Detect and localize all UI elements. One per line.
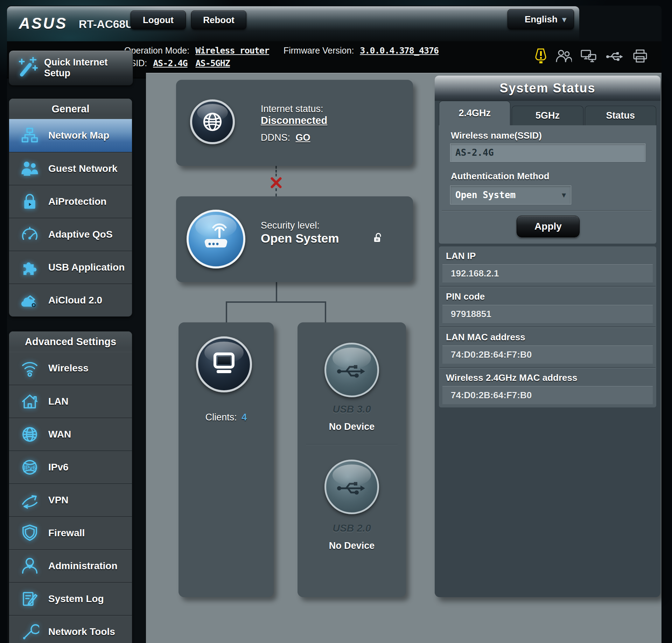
reboot-button[interactable]: Reboot <box>191 11 246 29</box>
connector-line <box>276 282 277 301</box>
sidebar-item-label: AiCloud 2.0 <box>48 295 102 306</box>
sidebar-item-label: Adaptive QoS <box>48 229 113 240</box>
internet-status-label: Internet status: <box>261 104 323 114</box>
system-status-tabs: 2.4GHz 5GHz Status <box>439 101 656 125</box>
usb3-sphere-icon[interactable] <box>324 343 379 397</box>
system-info-section: LAN IP 192.168.2.1 PIN code 97918851 LAN… <box>439 246 656 407</box>
clients-group-icon[interactable] <box>555 48 572 64</box>
wireless-name-input[interactable] <box>450 144 645 162</box>
sidebar-item-vpn[interactable]: VPN <box>9 483 132 516</box>
ddns-line: DDNS: GO <box>261 132 310 143</box>
sidebar-item-wireless[interactable]: Wireless <box>9 352 132 385</box>
sidebar-item-label: IPv6 <box>48 462 69 473</box>
sidebar-item-adaptive-qos[interactable]: Adaptive QoS <box>9 218 132 251</box>
main-frame: ASUS RT-AC68U Logout Reboot English ▼ Op… <box>7 6 662 643</box>
security-level-label: Security level: <box>261 220 320 231</box>
wireless-name-label: Wireless name(SSID) <box>451 130 542 141</box>
firmware-version-link[interactable]: 3.0.0.4.378_4376 <box>360 46 439 56</box>
status-icon-row <box>535 46 648 66</box>
printer-icon[interactable] <box>632 48 648 64</box>
globe-sphere-icon <box>190 99 235 144</box>
usb3-label: USB 3.0 <box>298 404 406 415</box>
sidebar-item-label: Firewall <box>48 527 85 539</box>
connector-line <box>275 188 277 196</box>
sidebar-item-label: WAN <box>48 429 71 440</box>
network-monitor-icon[interactable] <box>580 48 597 64</box>
person-icon <box>19 555 41 577</box>
sidebar-item-wan[interactable]: WAN <box>9 418 132 450</box>
ssid-24g-link[interactable]: AS-2.4G <box>153 58 187 68</box>
router-admin-page: ASUS RT-AC68U Logout Reboot English ▼ Op… <box>0 0 672 643</box>
usb-divider <box>306 444 398 445</box>
clients-label: Clients: <box>205 412 237 422</box>
lan-mac-value: 74:D0:2B:64:F7:B0 <box>442 345 653 364</box>
sidebar-item-network-map[interactable]: Network Map <box>9 119 132 152</box>
operation-mode-line: Operation Mode: Wireless router Firmware… <box>124 46 439 56</box>
usb2-sphere-icon[interactable] <box>324 460 379 514</box>
sidebar-item-label: Administration <box>48 560 118 572</box>
ssid-5g-link[interactable]: AS-5GHZ <box>196 58 230 68</box>
internet-status-value-link[interactable]: Disconnected <box>261 115 327 126</box>
sidebar-item-label: Network Map <box>48 130 109 141</box>
ddns-go-link[interactable]: GO <box>296 132 310 143</box>
quick-internet-setup-button[interactable]: Quick Internet Setup <box>9 50 133 85</box>
puzzle-icon <box>19 257 41 278</box>
chevron-down-icon: ▼ <box>560 15 568 25</box>
clients-sphere-icon[interactable] <box>196 336 252 392</box>
apply-button[interactable]: Apply <box>517 216 580 237</box>
sidebar-item-label: Network Tools <box>48 626 115 637</box>
internet-status-card: Internet status: Disconnected DDNS: GO <box>176 80 413 166</box>
warning-icon[interactable] <box>535 48 547 64</box>
magic-wand-icon <box>15 56 40 80</box>
document-pencil-icon <box>19 588 41 610</box>
connector-line <box>226 301 326 303</box>
sidebar-item-aiprotection[interactable]: AiProtection <box>9 185 132 218</box>
system-status-panel: System Status 2.4GHz 5GHz Status Wireles… <box>435 76 660 597</box>
globe-icon <box>19 424 41 445</box>
lan-ip-label: LAN IP <box>439 246 656 264</box>
tab-5ghz[interactable]: 5GHz <box>512 106 583 125</box>
disconnected-x-icon <box>269 176 283 190</box>
connector-line <box>325 301 326 322</box>
sidebar-item-administration[interactable]: Administration <box>9 549 132 582</box>
security-level-value: Open System <box>261 231 339 245</box>
usb-icon[interactable] <box>606 49 624 63</box>
usb2-status: No Device <box>298 540 406 551</box>
sidebar-item-aicloud[interactable]: AiCloud 2.0 <box>9 284 132 316</box>
ddns-label: DDNS: <box>261 132 290 143</box>
wrench-icon <box>19 621 41 643</box>
auth-method-label: Authentication Method <box>451 171 550 182</box>
wireless-mac-value: 74:D0:2B:64:F7:B0 <box>442 386 653 404</box>
lan-ip-value: 192.168.2.1 <box>442 264 653 282</box>
language-dropdown[interactable]: English ▼ <box>507 9 574 29</box>
tab-status[interactable]: Status <box>585 106 656 125</box>
ssid-line: SSID: AS-2.4G AS-5GHZ <box>124 58 230 68</box>
sidebar-item-guest-network[interactable]: Guest Network <box>9 152 132 185</box>
system-status-title: System Status <box>435 76 660 101</box>
connector-line <box>226 301 227 322</box>
logout-button[interactable]: Logout <box>131 11 186 29</box>
open-lock-icon <box>373 232 383 244</box>
sidebar-item-firewall[interactable]: Firewall <box>9 516 132 549</box>
sidebar-item-lan[interactable]: LAN <box>9 385 132 418</box>
form-divider <box>442 210 652 211</box>
sidebar-item-label: VPN <box>48 495 69 506</box>
gauge-icon <box>19 224 41 245</box>
pin-code-value: 97918851 <box>442 305 653 323</box>
sidebar-item-system-log[interactable]: System Log <box>9 582 132 615</box>
router-sphere-icon <box>187 210 245 268</box>
guest-network-icon <box>19 158 41 180</box>
wireless-mac-label: Wireless 2.4GHz MAC address <box>439 368 656 386</box>
auth-method-select[interactable]: Open System ▼ <box>450 186 571 204</box>
wifi-icon <box>19 357 41 379</box>
tab-24ghz[interactable]: 2.4GHz <box>439 101 510 125</box>
sidebar-item-usb-application[interactable]: USB Application <box>9 251 132 284</box>
header-bar: ASUS RT-AC68U Logout Reboot English ▼ <box>7 6 579 41</box>
usb2-label: USB 2.0 <box>298 523 406 534</box>
connector-line <box>275 166 277 176</box>
clients-count-line: Clients: 4 <box>178 412 274 423</box>
operation-mode-link[interactable]: Wireless router <box>195 46 269 56</box>
sidebar-item-network-tools[interactable]: Network Tools <box>9 615 132 643</box>
lock-icon <box>19 191 41 212</box>
sidebar-item-ipv6[interactable]: IPv6 IPv6 <box>9 450 132 483</box>
